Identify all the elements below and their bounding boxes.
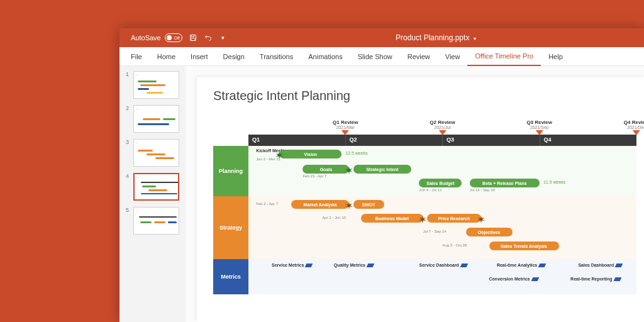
- toggle-state: Off: [174, 36, 179, 40]
- thumb-number: 4: [126, 173, 130, 179]
- tab-home[interactable]: Home: [150, 47, 183, 66]
- autosave-control[interactable]: AutoSave Off: [131, 33, 182, 42]
- tab-help[interactable]: Help: [541, 47, 570, 66]
- slide-thumbnail[interactable]: —: [133, 105, 179, 133]
- burst-icon: [345, 201, 353, 208]
- review-date: 2021/Jul: [430, 125, 455, 130]
- burst-icon: [345, 165, 353, 173]
- date-range: Jan 2 - Mar 31: [256, 157, 280, 161]
- quarter-header: Q1 Q2 Q3 Q4: [213, 135, 636, 146]
- date-range: Feb 23 - Apr 7: [303, 174, 326, 178]
- date-range: Jul 13 - Sep 30: [470, 188, 495, 192]
- tab-design[interactable]: Design: [216, 47, 252, 66]
- metric-item: Quality Metrics: [334, 263, 374, 267]
- svg-marker-6: [419, 216, 426, 223]
- slide-thumbnail[interactable]: —: [133, 207, 179, 235]
- quarter-cell: Q2: [346, 135, 443, 146]
- slide-canvas[interactable]: Strategic Intent Planning Q1 Review 2021…: [197, 77, 644, 322]
- task-bar[interactable]: Market Analysis: [291, 200, 350, 209]
- save-icon[interactable]: [189, 33, 197, 42]
- burst-icon: [477, 214, 485, 222]
- review-date: 2021/Mar: [333, 125, 358, 130]
- task-bar[interactable]: Beta + Release Plans: [470, 179, 540, 187]
- metric-item: Conversion Metrics: [489, 277, 538, 281]
- review-date: 2021/Dec: [624, 125, 644, 130]
- swimlane-planning: Planning Kickoff Meeting Vision 12.5 wee…: [213, 146, 636, 196]
- tab-animations[interactable]: Animations: [301, 47, 350, 66]
- task-bar[interactable]: Sales Budget: [419, 179, 462, 187]
- task-bar[interactable]: Business Model: [361, 214, 423, 223]
- swimlane-label: Planning: [213, 146, 248, 196]
- duration-label: 12.5 weeks: [345, 151, 367, 155]
- titlebar: AutoSave Off ▾ Product Planning.pptx ▾: [119, 28, 644, 47]
- workspace: 1 — 2 — 3 — 4: [119, 66, 644, 322]
- review-label: Q3 Review: [527, 119, 552, 125]
- review-marker: Q1 Review 2021/Mar: [333, 119, 358, 135]
- burst-icon: [419, 214, 426, 222]
- tick-icon: [531, 277, 539, 281]
- metric-item: Real-time Analytics: [497, 263, 545, 267]
- qat-dropdown-icon[interactable]: ▾: [219, 33, 228, 42]
- date-range: Jul 7 - Sep 14: [423, 230, 447, 233]
- svg-marker-4: [345, 167, 353, 174]
- tick-icon: [613, 277, 621, 281]
- tab-slide-show[interactable]: Slide Show: [350, 47, 400, 66]
- metric-item: Real-time Reporting: [570, 277, 621, 281]
- title-dropdown-icon[interactable]: ▾: [474, 36, 476, 42]
- metric-item: Service Metrics: [272, 263, 312, 267]
- slide-title: Strategic Intent Planning: [213, 89, 636, 103]
- task-bar[interactable]: Sales Trends Analysis: [489, 242, 559, 250]
- date-range: Feb 2 - Apr 7: [256, 202, 278, 206]
- quarter-cell: Q3: [443, 135, 540, 146]
- review-marker: Q4 Review 2021/Dec: [624, 119, 644, 135]
- task-bar[interactable]: Objectives: [466, 228, 513, 236]
- tab-office-timeline-pro[interactable]: Office Timeline Pro: [467, 47, 541, 66]
- app-window: AutoSave Off ▾ Product Planning.pptx ▾ F…: [119, 28, 644, 322]
- tick-icon: [538, 264, 547, 267]
- swimlane-label: Metrics: [213, 259, 248, 294]
- toggle-knob: [167, 35, 172, 40]
- undo-icon[interactable]: [204, 33, 213, 42]
- task-bar[interactable]: Strategic Intent: [353, 165, 412, 174]
- slide-thumbnails-panel: 1 — 2 — 3 — 4: [119, 66, 186, 322]
- tab-transitions[interactable]: Transitions: [252, 47, 301, 66]
- swimlane-metrics: Metrics Service Metrics Quality Metrics …: [213, 259, 636, 294]
- tab-review[interactable]: Review: [400, 47, 438, 66]
- task-bar[interactable]: Price Research: [427, 214, 481, 223]
- autosave-toggle[interactable]: Off: [165, 33, 182, 42]
- tab-insert[interactable]: Insert: [183, 47, 216, 66]
- timeline: Q1 Review 2021/Mar Q2 Review 2021/Jul Q3…: [213, 119, 636, 294]
- date-range: Aug 3 - Oct 28: [443, 243, 467, 247]
- svg-marker-5: [345, 202, 353, 209]
- date-range: Apr 2 - Jun 10: [322, 216, 346, 219]
- review-date: 2021/Sep: [527, 125, 552, 130]
- thumb-number: 1: [126, 71, 130, 77]
- task-bar[interactable]: Vision: [279, 150, 341, 158]
- metric-item: Service Dashboard: [419, 263, 467, 267]
- slide-thumbnail[interactable]: —: [133, 173, 179, 201]
- slide-thumbnail[interactable]: —: [133, 139, 179, 167]
- tab-view[interactable]: View: [438, 47, 468, 66]
- thumb-number: 5: [126, 207, 130, 213]
- svg-rect-2: [191, 38, 195, 41]
- task-bar[interactable]: Goals: [303, 165, 349, 174]
- duration-label: 11.5 weeks: [543, 180, 565, 184]
- tick-icon: [305, 264, 313, 267]
- tab-file[interactable]: File: [123, 47, 150, 66]
- review-marker: Q3 Review 2021/Sep: [527, 119, 552, 135]
- review-label: Q4 Review: [624, 119, 644, 125]
- tick-icon: [367, 264, 375, 267]
- task-bar[interactable]: SWOT: [353, 200, 384, 209]
- date-range: Jun 4 - Jul 11: [419, 188, 441, 192]
- metric-item: Sales Dashboard: [578, 263, 622, 267]
- quarter-cell: Q4: [540, 135, 637, 146]
- slide-editor[interactable]: Strategic Intent Planning Q1 Review 2021…: [186, 66, 644, 322]
- swimlane-label: Strategy: [213, 196, 248, 259]
- swimlane-strategy: Strategy Feb 2 - Apr 7 Market Analysis S…: [213, 196, 636, 259]
- thumb-number: 2: [126, 105, 130, 111]
- slide-thumbnail[interactable]: —: [133, 71, 179, 99]
- tick-icon: [615, 264, 623, 267]
- tick-icon: [460, 264, 468, 267]
- document-title: Product Planning.pptx ▾: [228, 33, 644, 42]
- review-label: Q1 Review: [333, 119, 358, 125]
